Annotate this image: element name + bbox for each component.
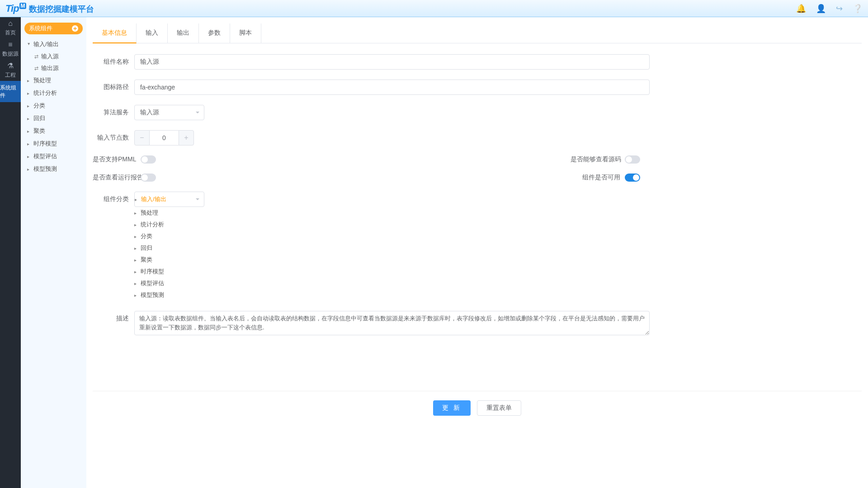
logo-text: Tip (5, 3, 19, 14)
logout-icon[interactable]: ↪ (836, 4, 843, 14)
logo: TipM (5, 3, 26, 14)
app-title: 数据挖掘建模平台 (29, 4, 94, 14)
brand: TipM 数据挖掘建模平台 (5, 3, 94, 14)
help-icon[interactable]: ❔ (853, 4, 863, 14)
header: TipM 数据挖掘建模平台 🔔 👤 ↪ ❔ (0, 0, 868, 17)
bell-icon[interactable]: 🔔 (796, 4, 806, 14)
logo-badge: M (19, 3, 26, 9)
user-icon[interactable]: 👤 (816, 4, 826, 14)
header-icons: 🔔 👤 ↪ ❔ (796, 4, 863, 14)
